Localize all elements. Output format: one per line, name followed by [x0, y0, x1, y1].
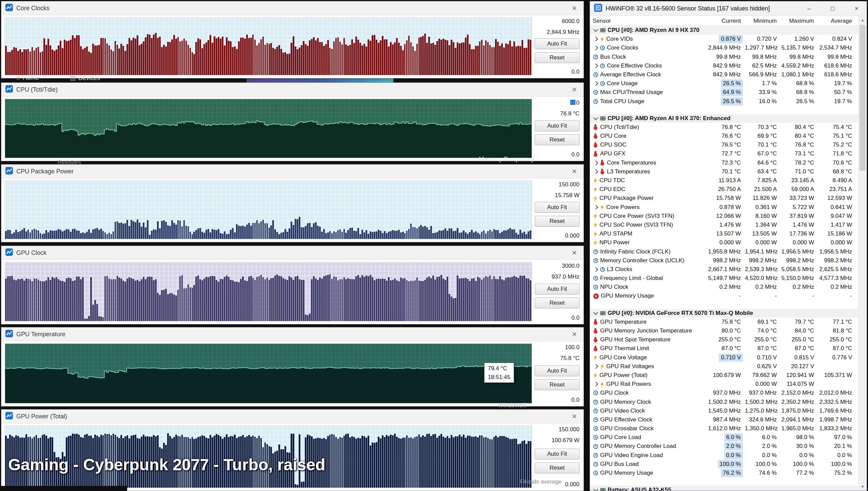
expand-chevron-icon[interactable]: [593, 267, 598, 272]
sensor-row[interactable]: GPU Core Load 6.0 % 6.0 % 98.0 % 97.0 %: [590, 433, 859, 442]
sensor-row[interactable]: Average Effective Clock 842.9 MHz 566.9 …: [590, 70, 859, 79]
sensor-row[interactable]: GPU Core Voltage 0.710 V 0.710 V 0.815 V…: [590, 353, 859, 362]
sensor-row[interactable]: APU STAPM 13.507 W 13.505 W 17.736 W 15.…: [590, 229, 859, 238]
graph-plot[interactable]: [5, 181, 532, 239]
sensor-row[interactable]: Max CPU/Thread Usage 64.9 % 33.9 % 68.8 …: [590, 88, 859, 97]
sensor-row[interactable]: GPU Effective Clock 987.4 MHz 324.6 MHz …: [590, 415, 859, 424]
sensor-row[interactable]: NPU Clock 0.2 MHz 0.2 MHz 0.2 MHz 0.2 MH…: [590, 283, 859, 291]
minimize-button[interactable]: –: [799, 1, 819, 16]
column-maximum[interactable]: Maximum: [779, 16, 816, 26]
sensor-row[interactable]: Infinity Fabric Clock (FCLK) 1,955.8 MHz…: [590, 247, 859, 256]
scroll-down-icon[interactable]: ▼: [859, 483, 867, 491]
sensor-row[interactable]: CPU TDC 11.913 A 7.825 A 23.145 A 8.490 …: [590, 176, 859, 185]
reset-button[interactable]: Reset: [535, 134, 579, 145]
sensor-row[interactable]: Core VIDs 0.876 V 0.720 V 1.260 V 0.824 …: [590, 35, 859, 43]
graph-window-titlebar[interactable]: GPU Power (Total) ×: [1, 410, 584, 423]
scroll-up-icon[interactable]: ▲: [859, 16, 867, 24]
close-button[interactable]: ×: [846, 1, 867, 16]
auto-fit-button[interactable]: Auto Fit: [535, 120, 579, 131]
graph-plot[interactable]: 79.4 °C 18:51:45: [5, 343, 532, 403]
sensor-row[interactable]: L3 Clocks 2,667.1 MHz 2,539.3 MHz 5,058.…: [590, 265, 859, 274]
sensor-section-header[interactable]: Battery: ASUS A32-K55: [590, 486, 859, 491]
close-icon[interactable]: ×: [569, 410, 580, 422]
sensor-row[interactable]: CPU Core 76.6 °C 69.9 °C 80.4 °C 75.1 °C: [590, 132, 859, 140]
sensor-row[interactable]: APU GFX 72.7 °C 67.0 °C 73.1 °C 71.8 °C: [590, 149, 859, 158]
sensor-row[interactable]: GPU Crossbar Clock 1,612.0 MHz 1,350.0 M…: [590, 424, 859, 433]
close-icon[interactable]: ×: [569, 83, 580, 96]
sensor-section-header[interactable]: CPU [#0]: AMD Ryzen AI 9 HX 370: Enhance…: [590, 114, 859, 123]
maximize-button[interactable]: □: [823, 1, 843, 16]
expand-chevron-icon[interactable]: [593, 205, 598, 210]
sensor-section-header[interactable]: GPU [#0]: NVIDIA GeForce RTX 5070 Ti Max…: [590, 309, 859, 318]
auto-fit-button[interactable]: Auto Fit: [535, 202, 579, 213]
sensor-row[interactable]: GPU Power (Total) 100.679 W 79.662 W 120…: [590, 371, 859, 380]
graph-window-titlebar[interactable]: CPU (Tctl/Tdie) ×: [1, 83, 584, 97]
close-icon[interactable]: ×: [569, 165, 580, 177]
sensor-row[interactable]: NPU Power 0.000 W 0.000 W 0.000 W 0.000 …: [590, 238, 859, 247]
close-icon[interactable]: ×: [569, 2, 580, 14]
hwinfo-titlebar[interactable]: HWiNFO® 32 v8.16-5600 Sensor Status [167…: [590, 1, 867, 16]
sensor-row[interactable]: GPU Bus Load 100.0 % 100.0 % 100.0 % 100…: [590, 460, 859, 469]
sensor-row[interactable]: GPU Rail Voltages 0.625 V 20.127 V: [590, 362, 859, 371]
sensor-row[interactable]: CPU EDC 26.750 A 21.500 A 59.000 A 23.75…: [590, 185, 859, 194]
sensor-row[interactable]: Memory Controller Clock (UCLK) 998.2 MHz…: [590, 256, 859, 265]
auto-fit-button[interactable]: Auto Fit: [535, 38, 579, 49]
expand-chevron-icon[interactable]: [593, 81, 598, 86]
expand-chevron-icon[interactable]: [593, 169, 598, 174]
graph-window-titlebar[interactable]: Core Clocks ×: [1, 1, 584, 15]
sensor-row[interactable]: GPU Memory Clock 1,500.2 MHz 1,500.2 MHz…: [590, 398, 859, 407]
expand-chevron-icon[interactable]: [593, 160, 598, 165]
sensor-row[interactable]: Core Clocks 2,844.9 MHz 1,297.7 MHz 5,13…: [590, 43, 859, 52]
sensor-row[interactable]: Core Temperatures 72.3 °C 64.6 °C 78.2 °…: [590, 158, 859, 167]
sensor-row[interactable]: GPU Video Clock 1,545.0 MHz 1,275.0 MHz …: [590, 407, 859, 415]
close-icon[interactable]: ×: [569, 247, 580, 259]
graph-window-titlebar[interactable]: GPU Temperature ×: [1, 327, 584, 341]
graph-window-titlebar[interactable]: CPU Package Power ×: [1, 165, 584, 178]
graph-plot[interactable]: [5, 99, 532, 158]
sensor-row[interactable]: Core Effective Clocks 842.9 MHz 62.5 MHz…: [590, 61, 859, 70]
auto-fit-button[interactable]: Auto Fit: [535, 365, 579, 376]
reset-button[interactable]: Reset: [535, 52, 579, 63]
sensor-row[interactable]: Bus Clock 99.8 MHz 99.8 MHz 99.8 MHz 99.…: [590, 53, 859, 61]
collapse-chevron-icon[interactable]: [593, 115, 598, 120]
collapse-chevron-icon[interactable]: [593, 27, 598, 32]
reset-button[interactable]: Reset: [535, 379, 579, 390]
sensor-row[interactable]: L3 Temperatures 70.1 °C 63.4 °C 71.0 °C …: [590, 167, 859, 176]
column-average[interactable]: Average: [816, 16, 854, 26]
sensor-row[interactable]: CPU Core Power (SVI3 TFN) 12.066 W 8.160…: [590, 212, 859, 221]
auto-fit-button[interactable]: Auto Fit: [535, 284, 579, 295]
column-current[interactable]: Current: [703, 16, 743, 26]
collapse-chevron-icon[interactable]: [593, 487, 598, 491]
graph-plot[interactable]: [5, 17, 532, 75]
sensor-row[interactable]: GPU Memory Junction Temperature 80.0 °C …: [590, 326, 859, 335]
expand-chevron-icon[interactable]: [593, 364, 598, 369]
expand-chevron-icon[interactable]: [593, 63, 598, 68]
sensor-row[interactable]: CPU (Tctl/Tdie) 76.8 °C 70.3 °C 80.4 °C …: [590, 123, 859, 132]
expand-chevron-icon[interactable]: [593, 37, 598, 41]
sensor-section-header[interactable]: CPU [#0]: AMD Ryzen AI 9 HX 370: [590, 26, 859, 35]
reset-button[interactable]: Reset: [535, 216, 579, 227]
sensor-row[interactable]: CPU SOC 76.5 °C 70.1 °C 76.8 °C 75.2 °C: [590, 140, 859, 149]
sensor-row[interactable]: GPU Thermal Limit 87.0 °C 87.0 °C 87.0 °…: [590, 344, 859, 353]
column-sensor[interactable]: Sensor: [590, 16, 703, 26]
sensor-row[interactable]: CPU SoC Power (SVI3 TFN) 1.476 W 1.364 W…: [590, 221, 859, 229]
reset-button[interactable]: Reset: [535, 462, 579, 473]
scrollbar-thumb[interactable]: [860, 25, 866, 171]
sensor-row[interactable]: Core Powers 0.878 W 0.361 W 5.722 W 0.64…: [590, 203, 859, 212]
sensor-row[interactable]: GPU Clock 937.0 MHz 937.0 MHz 2,152.0 MH…: [590, 389, 859, 397]
sensor-row[interactable]: Core Usage 26.5 % 1.7 % 68.8 % 19.7 %: [590, 79, 859, 88]
desktop-home-item[interactable]: ⌂Home: [16, 74, 39, 81]
close-icon[interactable]: ×: [569, 328, 580, 340]
collapse-chevron-icon[interactable]: [593, 310, 598, 315]
sensor-row[interactable]: GPU Hot Spot Temperature 255.0 °C 255.0 …: [590, 335, 859, 344]
sensor-row[interactable]: GPU Video Engine Load 0.0 % 0.0 % 0.0 % …: [590, 451, 859, 460]
reset-button[interactable]: Reset: [535, 298, 579, 308]
column-minimum[interactable]: Minimum: [743, 16, 779, 26]
expand-chevron-icon[interactable]: [593, 45, 598, 50]
sensor-row[interactable]: Frequency Limit - Global 5,149.7 MHz 4,5…: [590, 274, 859, 283]
sensor-row[interactable]: GPU Memory Controller Load 2.0 % 2.0 % 3…: [590, 442, 859, 451]
sensor-row[interactable]: GPU Memory Usage 76.2 % 74.6 % 77.2 % 75…: [590, 469, 859, 477]
sensor-row[interactable]: GPU Memory Usage - - - -: [590, 291, 859, 300]
graph-plot[interactable]: [5, 262, 532, 321]
scrollbar[interactable]: ▲ ▼: [858, 16, 867, 491]
